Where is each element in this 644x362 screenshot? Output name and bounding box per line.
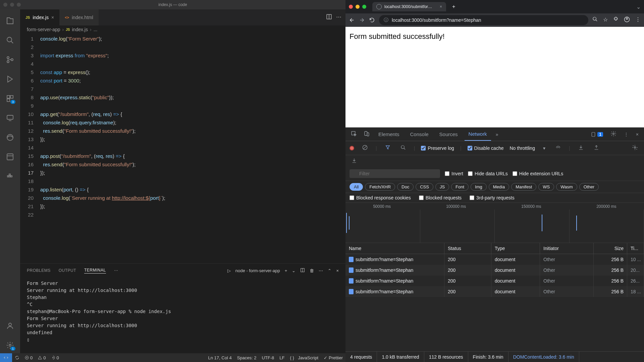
tab-index-html[interactable]: <> index.html [59,9,99,25]
filter-manifest[interactable]: Manifest [511,183,536,191]
run-debug-icon[interactable] [2,71,18,87]
panel-more-icon[interactable]: ⋯ [319,268,323,273]
blocked-cookies-checkbox[interactable]: Blocked response cookies [350,195,411,200]
hide-ext-urls-checkbox[interactable]: Hide extension URLs [513,171,564,176]
tab-sources[interactable]: Sources [435,128,462,141]
filter-font[interactable]: Font [451,183,469,191]
th-status[interactable]: Status [444,243,491,254]
filter-doc[interactable]: Doc [397,183,414,191]
record-button[interactable] [350,146,354,150]
breadcrumb[interactable]: form-server-app › JS index.js › ... [20,25,345,34]
terminal-task-label[interactable]: node - form-server-app [235,268,280,273]
reload-button[interactable] [369,17,375,23]
minimize-window[interactable] [10,3,14,7]
import-har-icon[interactable] [576,145,586,151]
inspect-element-icon[interactable] [349,131,359,138]
close-window[interactable] [349,5,353,9]
extensions-icon[interactable]: 3 [2,90,18,107]
invert-checkbox[interactable]: Invert [445,171,463,176]
accounts-icon[interactable] [2,318,18,334]
tab-index-js[interactable]: JS index.js × [20,9,59,25]
throttling-select[interactable]: No throttling [509,145,535,151]
th-name[interactable]: Name [345,243,444,254]
filter-css[interactable]: CSS [416,183,433,191]
maximize-window[interactable] [362,5,366,9]
blocked-requests-checkbox[interactable]: Blocked requests [419,195,462,200]
code-content[interactable]: console.log("Form Server"); import expre… [40,34,345,263]
maximize-window[interactable] [17,3,21,7]
filter-fetch[interactable]: Fetch/XHR [365,183,395,191]
th-time[interactable]: Ti... [627,243,644,254]
search-icon[interactable] [2,32,18,48]
explorer-icon[interactable] [2,13,18,29]
kill-terminal-icon[interactable]: 🗑 [310,268,314,273]
network-settings-icon[interactable] [630,144,640,152]
split-terminal-icon[interactable] [300,268,305,274]
more-actions-icon[interactable]: ⋯ [336,14,341,21]
play-icon[interactable]: ▷ [227,268,231,273]
panel-tab-problems[interactable]: PROBLEMS [27,268,51,273]
address-bar[interactable]: ⓘ localhost:3000/submitform?name=Stephan [379,15,588,25]
profile-icon[interactable] [624,16,630,24]
filter-ws[interactable]: WS [538,183,554,191]
filter-input[interactable] [350,169,440,178]
network-timeline[interactable]: 50000 ms 100000 ms 150000 ms 200000 ms [345,203,644,243]
extensions-icon[interactable] [613,16,619,24]
forward-button[interactable] [359,17,365,23]
edge-tools-icon[interactable] [2,129,18,145]
th-size[interactable]: Size [594,243,627,254]
tab-close-icon[interactable]: × [51,15,54,20]
filter-icon[interactable] [383,145,392,151]
close-window[interactable] [3,3,7,7]
status-encoding[interactable]: UTF-8 [259,355,277,360]
clear-icon[interactable] [360,145,370,151]
status-language[interactable]: { } JavaScript [287,355,321,360]
th-type[interactable]: Type [491,243,540,254]
site-info-icon[interactable]: ⓘ [384,17,388,23]
docker-icon[interactable] [2,168,18,184]
tab-search-icon[interactable]: ⌄ [636,4,641,10]
filter-js[interactable]: JS [435,183,449,191]
devtools-close-icon[interactable]: × [634,132,641,137]
search-icon[interactable] [398,145,408,151]
filter-img[interactable]: Img [471,183,487,191]
export-har-icon[interactable] [592,145,601,151]
status-warnings[interactable]: 0 [35,355,48,360]
settings-icon[interactable]: 1 [2,337,18,353]
browser-tab[interactable]: localhost:3000/submitform?n × [372,2,446,11]
source-control-icon[interactable] [2,52,18,68]
chevron-down-icon[interactable]: ▾ [541,145,547,151]
filter-media[interactable]: Media [489,183,509,191]
device-toggle-icon[interactable] [362,131,372,138]
remote-explorer-icon[interactable] [2,110,18,126]
hide-data-urls-checkbox[interactable]: Hide data URLs [468,171,508,176]
split-editor-icon[interactable] [326,14,332,21]
devtools-settings-icon[interactable] [608,131,619,138]
remote-indicator[interactable] [0,353,12,362]
panel-tab-terminal[interactable]: TERMINAL [84,268,106,274]
status-eol[interactable]: LF [277,355,287,360]
projects-icon[interactable] [2,149,18,165]
status-spaces[interactable]: Spaces: 2 [234,355,259,360]
code-editor[interactable]: 12345678910111213141516171819202122 cons… [20,34,345,263]
status-sync[interactable] [12,355,22,360]
issues-icon[interactable]: 1 [589,132,605,137]
filter-wasm[interactable]: Wasm [556,183,577,191]
chrome-menu-icon[interactable]: ⋮ [635,16,641,24]
panel-more-icon[interactable]: ⋯ [114,268,118,273]
status-ports[interactable]: 0 [48,355,61,360]
terminal-dropdown-icon[interactable]: ⌄ [292,268,296,273]
back-button[interactable] [349,17,355,23]
bookmark-icon[interactable]: ☆ [603,16,608,24]
table-row[interactable]: submitform?name=Stephan200documentOther2… [345,286,644,297]
minimize-window[interactable] [356,5,360,9]
panel-tab-output[interactable]: OUTPUT [59,268,76,273]
tab-elements[interactable]: Elements [374,128,404,141]
table-row[interactable]: submitform?name=Stephan200documentOther2… [345,254,644,265]
disable-cache-checkbox[interactable]: Disable cache [468,145,504,151]
preserve-log-checkbox[interactable]: Preserve log [421,145,454,151]
download-icon[interactable] [350,158,359,164]
zoom-icon[interactable] [592,16,598,24]
filter-other[interactable]: Other [579,183,599,191]
devtools-menu-icon[interactable]: ⋮ [622,132,631,137]
